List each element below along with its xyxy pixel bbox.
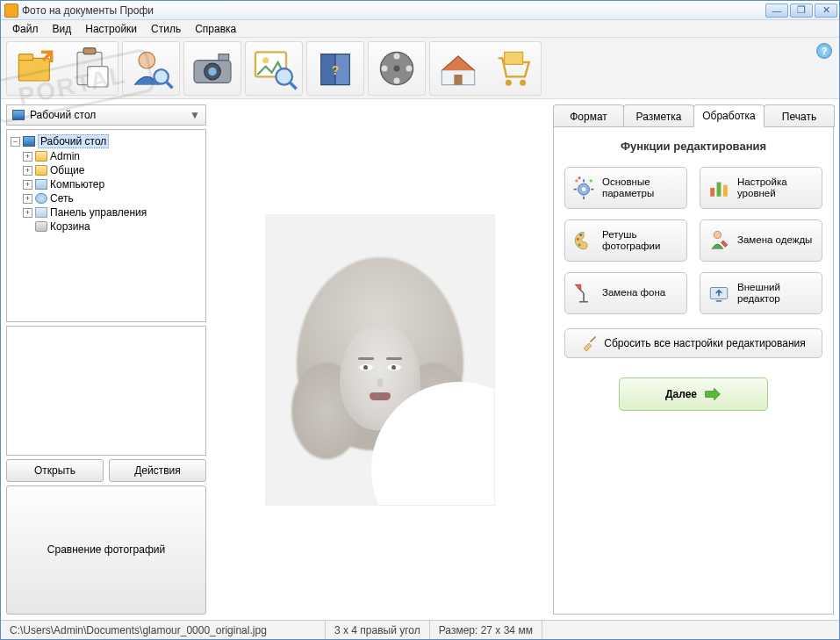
film-reel-icon[interactable] bbox=[370, 44, 423, 93]
compare-photos-button[interactable]: Сравнение фотографий bbox=[6, 485, 206, 615]
tree-item-label: Admin bbox=[50, 150, 80, 162]
image-zoom-icon[interactable] bbox=[248, 44, 300, 93]
external-editor-button[interactable]: Внешний редактор bbox=[700, 272, 822, 314]
svg-point-34 bbox=[590, 179, 592, 182]
clipboard-paste-icon[interactable] bbox=[63, 44, 116, 93]
levels-button[interactable]: Настройка уровней bbox=[700, 167, 822, 209]
button-label: Ретушь фотографии bbox=[602, 229, 679, 252]
tree-item-computer[interactable]: +Компьютер bbox=[23, 177, 204, 191]
expand-icon[interactable]: + bbox=[23, 208, 32, 218]
svg-point-25 bbox=[520, 79, 526, 85]
tree-item-label: Компьютер bbox=[50, 178, 104, 191]
replace-clothes-button[interactable]: Замена одежды bbox=[700, 219, 822, 262]
svg-line-15 bbox=[291, 83, 297, 89]
tree-item-label: Панель управления bbox=[50, 206, 147, 219]
tree-item-public[interactable]: +Общие bbox=[23, 163, 204, 177]
collapse-icon[interactable]: − bbox=[11, 137, 20, 147]
svg-rect-4 bbox=[88, 66, 108, 86]
svg-point-13 bbox=[262, 57, 269, 63]
expand-icon[interactable]: + bbox=[23, 152, 32, 162]
menu-view[interactable]: Вид bbox=[47, 22, 78, 36]
expand-icon[interactable]: + bbox=[23, 180, 32, 190]
help-book-icon[interactable]: ? bbox=[309, 44, 362, 93]
actions-button[interactable]: Действия bbox=[109, 459, 206, 482]
recycle-bin-icon bbox=[35, 221, 47, 232]
monitor-upload-icon bbox=[707, 282, 730, 305]
broom-icon bbox=[581, 335, 597, 351]
svg-rect-47 bbox=[716, 300, 722, 302]
next-button[interactable]: Далее bbox=[619, 378, 768, 411]
button-label: Далее bbox=[665, 388, 697, 400]
bars-levels-icon bbox=[707, 176, 730, 199]
svg-point-22 bbox=[406, 65, 413, 71]
menu-file[interactable]: Файл bbox=[6, 22, 45, 36]
palette-icon bbox=[572, 229, 595, 252]
computer-icon bbox=[35, 179, 47, 190]
tab-print[interactable]: Печать bbox=[764, 104, 835, 127]
expand-icon[interactable]: + bbox=[23, 194, 32, 204]
tree-root[interactable]: − Рабочий стол bbox=[11, 133, 204, 149]
menu-style[interactable]: Стиль bbox=[145, 22, 187, 36]
tree-item-recycle-bin[interactable]: Корзина bbox=[23, 219, 204, 234]
replace-background-button[interactable]: Замена фона bbox=[564, 272, 687, 314]
location-combo[interactable]: Рабочий стол ▼ bbox=[6, 104, 206, 126]
svg-rect-11 bbox=[219, 54, 229, 60]
svg-point-5 bbox=[139, 52, 155, 68]
shopping-cart-icon[interactable] bbox=[486, 44, 539, 93]
network-icon bbox=[35, 193, 47, 204]
open-button[interactable]: Открыть bbox=[6, 459, 104, 482]
svg-point-6 bbox=[154, 69, 169, 83]
minimize-button[interactable]: — bbox=[765, 4, 788, 18]
close-button[interactable]: ✕ bbox=[815, 4, 837, 18]
toolbar: PORTAL ? ? bbox=[1, 38, 839, 99]
home-icon[interactable] bbox=[432, 44, 485, 93]
right-panel: Формат Разметка Обработка Печать Функции… bbox=[553, 104, 834, 615]
svg-line-48 bbox=[591, 337, 596, 342]
button-label: Внешний редактор bbox=[737, 282, 815, 305]
tab-processing[interactable]: Обработка bbox=[693, 104, 765, 127]
svg-rect-1 bbox=[18, 54, 32, 60]
svg-point-33 bbox=[575, 179, 578, 182]
tree-item-label: Рабочий стол bbox=[38, 134, 109, 148]
tree-item-label: Корзина bbox=[50, 220, 90, 233]
svg-point-20 bbox=[394, 77, 400, 83]
retouch-button[interactable]: Ретушь фотографии bbox=[564, 219, 687, 262]
user-search-icon[interactable] bbox=[125, 44, 177, 93]
window-title: Фото на документы Профи bbox=[22, 4, 765, 17]
menubar: Файл Вид Настройки Стиль Справка bbox=[1, 20, 839, 38]
folder-icon bbox=[35, 165, 47, 176]
person-shirt-icon bbox=[707, 229, 730, 252]
svg-rect-26 bbox=[505, 52, 523, 64]
svg-rect-37 bbox=[717, 183, 722, 197]
lamp-icon bbox=[572, 282, 595, 305]
location-combo-label: Рабочий стол bbox=[30, 109, 96, 121]
button-label: Настройка уровней bbox=[737, 176, 815, 199]
left-panel: Рабочий стол ▼ − Рабочий стол +Admin +Об… bbox=[6, 104, 206, 615]
svg-point-40 bbox=[579, 234, 582, 236]
tree-item-control-panel[interactable]: +Панель управления bbox=[23, 205, 204, 219]
expand-icon[interactable]: + bbox=[23, 166, 32, 176]
monitor-icon bbox=[12, 110, 25, 120]
basic-params-button[interactable]: Основные параметры bbox=[564, 167, 687, 209]
tab-format[interactable]: Формат bbox=[553, 104, 624, 127]
tree-item-admin[interactable]: +Admin bbox=[23, 149, 204, 163]
svg-point-14 bbox=[276, 68, 292, 85]
help-bubble-icon[interactable]: ? bbox=[816, 43, 832, 59]
folder-tree[interactable]: − Рабочий стол +Admin +Общие +Компьютер … bbox=[6, 129, 206, 322]
tabs: Формат Разметка Обработка Печать bbox=[553, 104, 834, 127]
tab-layout[interactable]: Разметка bbox=[623, 104, 694, 127]
svg-line-7 bbox=[167, 82, 173, 88]
photo-preview bbox=[266, 215, 494, 505]
reset-edits-button[interactable]: Сбросить все настройки редактирования bbox=[564, 328, 822, 358]
menu-help[interactable]: Справка bbox=[189, 22, 242, 36]
tree-item-network[interactable]: +Сеть bbox=[23, 191, 204, 205]
camera-icon[interactable] bbox=[186, 44, 239, 93]
button-label: Замена фона bbox=[602, 287, 665, 298]
svg-rect-38 bbox=[723, 185, 728, 197]
thumbnail-area bbox=[6, 326, 206, 456]
menu-settings[interactable]: Настройки bbox=[79, 22, 143, 36]
svg-rect-0 bbox=[18, 58, 49, 81]
chevron-down-icon: ▼ bbox=[190, 109, 200, 121]
folder-export-icon[interactable] bbox=[9, 44, 61, 93]
maximize-button[interactable]: ❐ bbox=[790, 4, 813, 18]
